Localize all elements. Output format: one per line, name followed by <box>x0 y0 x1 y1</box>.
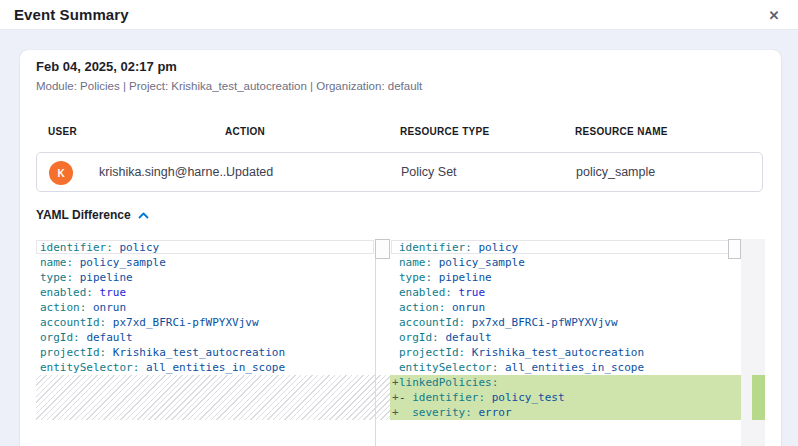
code-line: accountId: px7xd_BFRCi-pfWPYXVjvw <box>390 315 741 330</box>
code-line: enabled: true <box>390 285 741 300</box>
code-line: accountId: px7xd_BFRCi-pfWPYXVjvw <box>36 315 390 330</box>
code-line: identifier: policy <box>36 240 390 255</box>
diff-modified-panel[interactable]: identifier: policyname: policy_sampletyp… <box>390 239 741 446</box>
code-line: + severity: error <box>390 405 741 420</box>
code-line: projectId: Krishika_test_autocreation <box>36 345 390 360</box>
diff-original-panel[interactable]: identifier: policyname: policy_sampletyp… <box>36 239 390 446</box>
close-icon[interactable]: ✕ <box>766 8 782 24</box>
added-lines-marker <box>752 375 765 420</box>
row-resource-name: policy_sample <box>576 165 655 179</box>
yaml-difference-toggle[interactable]: YAML Difference <box>36 208 149 222</box>
code-line: name: policy_sample <box>36 255 390 270</box>
code-line: action: onrun <box>390 300 741 315</box>
code-line: orgId: default <box>36 330 390 345</box>
column-header-user: USER <box>48 126 77 137</box>
overview-ruler[interactable] <box>741 239 765 446</box>
code-line: orgId: default <box>390 330 741 345</box>
diff-divider <box>375 239 376 446</box>
right-scrollbar-slider[interactable] <box>728 239 741 259</box>
column-header-resource-type: RESOURCE TYPE <box>400 126 489 137</box>
code-line: action: onrun <box>36 300 390 315</box>
code-line: enabled: true <box>36 285 390 300</box>
code-line: +linkedPolicies: <box>390 375 741 390</box>
row-action: Updated <box>226 165 273 179</box>
code-line: projectId: Krishika_test_autocreation <box>390 345 741 360</box>
yaml-diff-editor: identifier: policyname: policy_sampletyp… <box>36 239 765 446</box>
diff-removed-placeholder <box>36 375 390 420</box>
event-summary-card: Feb 04, 2025, 02:17 pm Module: Policies … <box>20 50 781 446</box>
table-row[interactable]: K krishika.singh@harne... Updated Policy… <box>36 152 763 192</box>
avatar: K <box>49 161 73 185</box>
event-timestamp: Feb 04, 2025, 02:17 pm <box>36 59 177 74</box>
code-line: entitySelector: all_entities_in_scope <box>36 360 390 375</box>
code-line: type: pipeline <box>390 270 741 285</box>
column-header-action: ACTION <box>225 126 265 137</box>
row-resource-type: Policy Set <box>401 165 457 179</box>
code-line: name: policy_sample <box>390 255 741 270</box>
yaml-difference-label: YAML Difference <box>36 208 131 222</box>
code-line: +- identifier: policy_test <box>390 390 741 405</box>
row-user: krishika.singh@harne... <box>99 165 230 179</box>
code-line: entitySelector: all_entities_in_scope <box>390 360 741 375</box>
modal-header: Event Summary ✕ <box>0 0 798 30</box>
code-line: type: pipeline <box>36 270 390 285</box>
page-title: Event Summary <box>14 6 129 23</box>
chevron-up-icon <box>138 212 149 219</box>
event-scope-breadcrumb: Module: Policies | Project: Krishika_tes… <box>36 80 422 92</box>
column-header-resource-name: RESOURCE NAME <box>575 126 668 137</box>
left-scrollbar-slider[interactable] <box>375 239 390 259</box>
code-line: identifier: policy <box>390 240 741 255</box>
